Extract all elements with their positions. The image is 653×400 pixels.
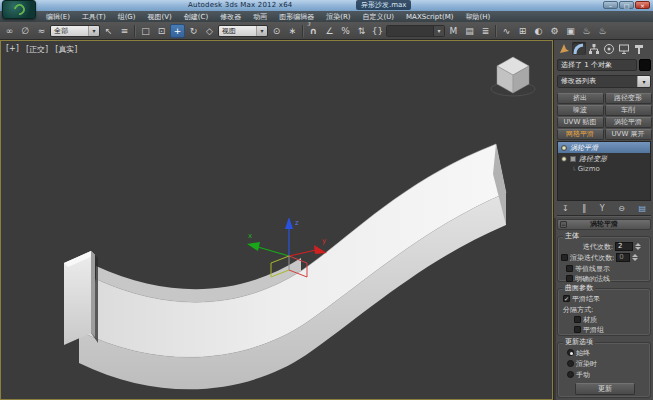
- isoline-display-checkbox[interactable]: [566, 265, 573, 272]
- render-iters-field[interactable]: 0: [616, 253, 630, 262]
- iterations-spinner[interactable]: [635, 243, 643, 250]
- modifier-enable-bulb-icon[interactable]: [561, 156, 567, 162]
- rollout-header[interactable]: − 涡轮平滑: [557, 219, 651, 230]
- mirror-icon[interactable]: M: [446, 24, 461, 38]
- remove-modifier-icon[interactable]: ⊖: [618, 203, 625, 215]
- dropdown-arrow-icon[interactable]: ▾: [88, 26, 99, 36]
- material-editor-icon[interactable]: ◐: [531, 24, 546, 38]
- bind-to-space-warp-icon[interactable]: ≈: [34, 24, 49, 38]
- menu-edit[interactable]: 编辑(E): [46, 12, 70, 22]
- render-iters-spinner[interactable]: [632, 254, 640, 261]
- modifier-button-path-deform[interactable]: 路径变形: [605, 93, 652, 104]
- materials-checkbox[interactable]: [574, 316, 581, 323]
- dropdown-arrow-icon[interactable]: ▾: [256, 26, 267, 36]
- modifier-button-uvw-map[interactable]: UVW 贴图: [557, 117, 604, 128]
- smoothing-groups-checkbox[interactable]: [574, 326, 581, 333]
- stack-item-path-deform[interactable]: 路径变形: [558, 153, 650, 164]
- align-icon[interactable]: ▤: [462, 24, 477, 38]
- named-selection-sets-dropdown[interactable]: ▾: [386, 25, 445, 37]
- modifier-button-extrude[interactable]: 挤出: [557, 93, 604, 104]
- percent-snap-icon[interactable]: %: [338, 24, 353, 38]
- menu-views[interactable]: 视图(V): [148, 12, 172, 22]
- perspective-viewport[interactable]: [+] [正交] [真实]: [0, 40, 553, 400]
- select-and-scale-icon[interactable]: ◇: [202, 24, 217, 38]
- modifier-list-dropdown[interactable]: 修改器列表 ▾: [557, 75, 651, 88]
- curve-editor-icon[interactable]: ∿: [499, 24, 514, 38]
- modifier-enable-bulb-icon[interactable]: [561, 145, 567, 151]
- smooth-result-checkbox[interactable]: ✓: [563, 295, 570, 302]
- render-iterative-icon[interactable]: ♨: [595, 24, 610, 38]
- use-pivot-point-center-icon[interactable]: ⊙: [269, 24, 284, 38]
- window-crossing-icon[interactable]: ⊡: [154, 24, 169, 38]
- document-tab[interactable]: 异形沙发.max: [356, 0, 411, 10]
- show-end-result-icon[interactable]: ‖: [582, 203, 586, 215]
- menu-modifiers[interactable]: 修改器: [220, 12, 241, 22]
- render-production-icon[interactable]: ♨: [579, 24, 594, 38]
- modifier-button-noise[interactable]: 噪波: [557, 105, 604, 116]
- selection-filter-dropdown[interactable]: 全部 ▾: [50, 25, 100, 37]
- update-always-radio[interactable]: [567, 349, 574, 356]
- viewport-scene[interactable]: z x y: [1, 41, 552, 399]
- panel-scrollbar[interactable]: [554, 218, 556, 400]
- tab-modify[interactable]: [572, 42, 586, 55]
- select-and-rotate-icon[interactable]: ↻: [186, 24, 201, 38]
- layer-manager-icon[interactable]: ≣: [478, 24, 493, 38]
- pin-stack-icon[interactable]: ↧: [562, 203, 569, 215]
- iterations-field[interactable]: 2: [615, 242, 633, 251]
- view-cube[interactable]: [487, 49, 539, 99]
- menu-group[interactable]: 组(G): [118, 12, 136, 22]
- selection-status-field[interactable]: 选择了 1 个对象: [557, 59, 637, 71]
- viewport-menu-shading[interactable]: [真实]: [55, 44, 77, 55]
- select-object-icon[interactable]: ↖: [101, 24, 116, 38]
- make-unique-icon[interactable]: Y: [600, 203, 605, 215]
- angle-snap-icon[interactable]: ∠: [322, 24, 337, 38]
- modifier-button-uvw-unwrap[interactable]: UVW 展开: [605, 129, 652, 140]
- minimize-button[interactable]: –: [603, 1, 618, 9]
- stack-subobject-gizmo[interactable]: └ Gizmo: [558, 164, 650, 174]
- menu-create[interactable]: 创建(C): [184, 12, 208, 22]
- tab-motion[interactable]: [602, 42, 616, 55]
- edit-named-selection-sets-icon[interactable]: {}: [370, 24, 385, 38]
- reference-coordinate-dropdown[interactable]: 视图 ▾: [218, 25, 268, 37]
- tab-utilities[interactable]: [632, 42, 646, 55]
- render-setup-icon[interactable]: ⚙: [547, 24, 562, 38]
- configure-modifier-sets-icon[interactable]: ▤: [638, 203, 646, 215]
- rollout-collapse-icon[interactable]: −: [560, 221, 567, 228]
- render-iters-checkbox[interactable]: [561, 254, 568, 261]
- dropdown-arrow-icon[interactable]: ▾: [433, 26, 444, 36]
- schematic-view-icon[interactable]: ⊞: [515, 24, 530, 38]
- rendered-frame-window-icon[interactable]: ▣: [563, 24, 578, 38]
- menu-customize[interactable]: 自定义(U): [362, 12, 394, 22]
- object-color-swatch[interactable]: [639, 59, 651, 71]
- tab-create[interactable]: [557, 42, 571, 55]
- menu-help[interactable]: 帮助(H): [466, 12, 491, 22]
- select-and-manipulate-icon[interactable]: ∗: [285, 24, 300, 38]
- menu-rendering[interactable]: 渲染(R): [326, 12, 350, 22]
- update-when-rendering-radio[interactable]: [567, 360, 574, 367]
- update-button[interactable]: 更新: [575, 383, 635, 395]
- sofa-object[interactable]: [64, 144, 506, 389]
- spinner-snap-icon[interactable]: ⇅: [354, 24, 369, 38]
- select-and-move-icon[interactable]: +: [170, 24, 185, 38]
- modifier-button-lathe[interactable]: 车削: [605, 105, 652, 116]
- viewport-menu-plus[interactable]: [+]: [6, 44, 19, 55]
- menu-maxscript[interactable]: MAXScript(M): [406, 13, 453, 21]
- rectangular-selection-region-icon[interactable]: □: [138, 24, 153, 38]
- select-by-name-icon[interactable]: ≡: [117, 24, 132, 38]
- modifier-button-turbosmooth[interactable]: 涡轮平滑: [605, 117, 652, 128]
- stack-item-turbosmooth[interactable]: 涡轮平滑: [558, 142, 650, 153]
- explicit-normals-checkbox[interactable]: [566, 275, 573, 282]
- maximize-button[interactable]: □: [619, 1, 634, 9]
- select-and-link-icon[interactable]: ∞: [2, 24, 17, 38]
- dropdown-arrow-icon[interactable]: ▾: [637, 76, 650, 87]
- close-button[interactable]: ×: [635, 1, 650, 9]
- tab-display[interactable]: [617, 42, 631, 55]
- menu-graph-editors[interactable]: 图形编辑器: [279, 12, 314, 22]
- application-menu-button[interactable]: [2, 0, 36, 19]
- viewport-menu-view[interactable]: [正交]: [26, 44, 48, 55]
- menu-animation[interactable]: 动画: [253, 12, 267, 22]
- update-manually-radio[interactable]: [567, 371, 574, 378]
- tab-hierarchy[interactable]: [587, 42, 601, 55]
- snap-toggle-icon[interactable]: ∩3: [306, 24, 321, 38]
- unlink-selection-icon[interactable]: ∅: [18, 24, 33, 38]
